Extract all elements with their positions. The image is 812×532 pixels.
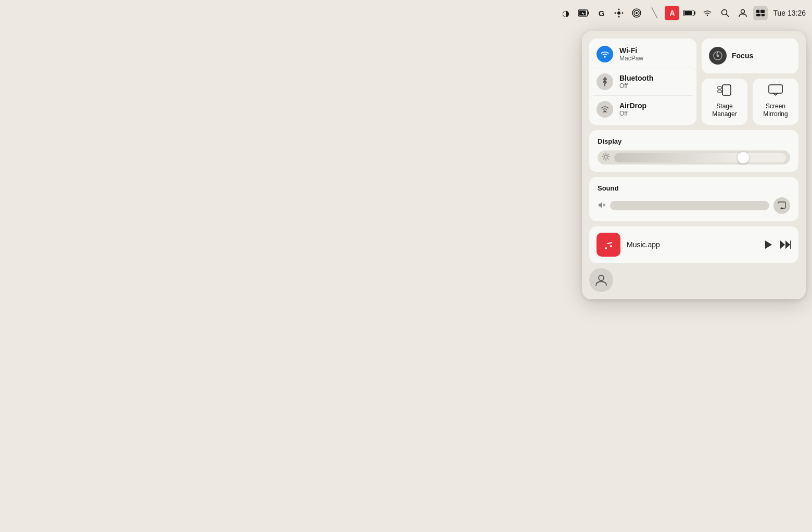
user-button[interactable] — [589, 268, 613, 292]
svg-point-5 — [618, 16, 620, 18]
svg-point-16 — [741, 10, 745, 14]
svg-rect-26 — [722, 85, 731, 95]
display-slider-container — [598, 150, 790, 164]
svg-rect-13 — [684, 11, 692, 15]
grammarly-icon[interactable]: G — [594, 6, 608, 20]
svg-point-10 — [636, 12, 638, 14]
bluetooth-text: Bluetooth Off — [619, 74, 653, 90]
music-app-icon — [597, 233, 620, 257]
screen-mirroring-icon — [768, 84, 783, 99]
svg-rect-41 — [790, 240, 791, 249]
svg-line-37 — [608, 154, 609, 155]
svg-rect-27 — [718, 86, 721, 89]
svg-point-4 — [618, 9, 620, 10]
wifi-text: Wi-Fi MacPaw — [619, 46, 643, 62]
top-row: Wi-Fi MacPaw Bluetooth Off — [589, 39, 798, 125]
bluetooth-title: Bluetooth — [619, 74, 653, 82]
scrubber-icon[interactable]: ╲ — [647, 6, 662, 20]
wifi-subtitle: MacPaw — [619, 55, 643, 62]
bluetooth-subtitle: Off — [619, 82, 653, 90]
svg-rect-12 — [694, 11, 696, 15]
svg-rect-18 — [760, 10, 765, 13]
wifi-title: Wi-Fi — [619, 46, 643, 55]
display-label: Display — [598, 137, 790, 145]
svg-rect-19 — [756, 14, 760, 16]
display-slider[interactable] — [614, 153, 786, 162]
stage-manager-panel[interactable]: Stage Manager — [702, 79, 747, 125]
control-center-panel: Wi-Fi MacPaw Bluetooth Off — [582, 31, 806, 299]
search-icon[interactable] — [718, 6, 732, 20]
svg-rect-17 — [756, 10, 759, 13]
screen-mirroring-label: Screen Mirroring — [758, 103, 793, 119]
wifi-menubar-icon[interactable] — [700, 6, 715, 20]
display-slider-thumb[interactable] — [738, 152, 749, 163]
svg-point-30 — [604, 155, 607, 158]
bottom-row — [589, 268, 798, 292]
music-controls — [764, 240, 791, 249]
screen-mirroring-panel[interactable]: Screen Mirroring — [753, 79, 798, 125]
svg-point-3 — [617, 11, 620, 15]
volume-icon — [598, 201, 606, 211]
svg-rect-28 — [718, 90, 721, 93]
bluetooth-icon — [597, 73, 613, 90]
right-column: Focus Stage Manager — [702, 39, 798, 125]
svg-line-15 — [727, 15, 729, 17]
airplay-button[interactable] — [773, 197, 790, 214]
screenrecorder-icon[interactable] — [629, 6, 644, 20]
sound-slider[interactable] — [610, 201, 769, 210]
halflife-icon[interactable]: ◑ — [559, 6, 573, 20]
menubar-time: Tue 13:26 — [773, 9, 806, 17]
typeface-icon[interactable]: A — [665, 6, 679, 20]
sound-section: Sound — [589, 177, 798, 221]
svg-line-38 — [603, 159, 604, 160]
battery2-icon[interactable] — [682, 6, 697, 20]
menubar: ◑ G ╲ A — [0, 0, 812, 26]
airdrop-title: AirDrop — [619, 102, 646, 110]
play-button[interactable] — [764, 240, 772, 249]
svg-line-36 — [608, 159, 609, 160]
focus-label: Focus — [732, 52, 753, 60]
bluetooth-item[interactable]: Bluetooth Off — [589, 68, 696, 95]
setapp-icon[interactable] — [612, 6, 626, 20]
svg-point-25 — [717, 55, 719, 57]
wifi-icon — [597, 46, 613, 62]
svg-line-35 — [603, 154, 604, 155]
stage-mirroring-row: Stage Manager Screen Mirroring — [702, 79, 798, 125]
svg-rect-29 — [769, 85, 782, 93]
sound-label: Sound — [598, 184, 790, 192]
music-app-name: Music.app — [627, 240, 758, 249]
brightness-icon — [602, 153, 610, 162]
control-center-icon[interactable] — [753, 6, 768, 20]
music-section: Music.app — [589, 226, 798, 263]
stage-manager-label: Stage Manager — [707, 103, 742, 119]
focus-icon — [709, 47, 727, 65]
focus-panel[interactable]: Focus — [702, 39, 798, 73]
svg-point-7 — [622, 12, 624, 14]
sound-slider-row — [598, 197, 790, 214]
svg-point-21 — [604, 56, 606, 58]
connectivity-panel: Wi-Fi MacPaw Bluetooth Off — [589, 39, 696, 125]
airdrop-subtitle: Off — [619, 110, 646, 117]
battery-charging-icon[interactable] — [576, 6, 591, 20]
svg-rect-1 — [588, 11, 589, 15]
wifi-item[interactable]: Wi-Fi MacPaw — [589, 41, 696, 68]
stage-manager-icon — [717, 84, 732, 99]
skip-forward-button[interactable] — [780, 240, 791, 249]
airdrop-text: AirDrop Off — [619, 102, 646, 117]
svg-rect-20 — [762, 14, 765, 16]
svg-point-42 — [599, 275, 604, 281]
airdrop-icon — [597, 101, 613, 118]
svg-point-6 — [615, 12, 616, 14]
user-menubar-icon[interactable] — [735, 6, 750, 20]
display-section: Display — [589, 130, 798, 172]
airdrop-item[interactable]: AirDrop Off — [589, 95, 696, 123]
